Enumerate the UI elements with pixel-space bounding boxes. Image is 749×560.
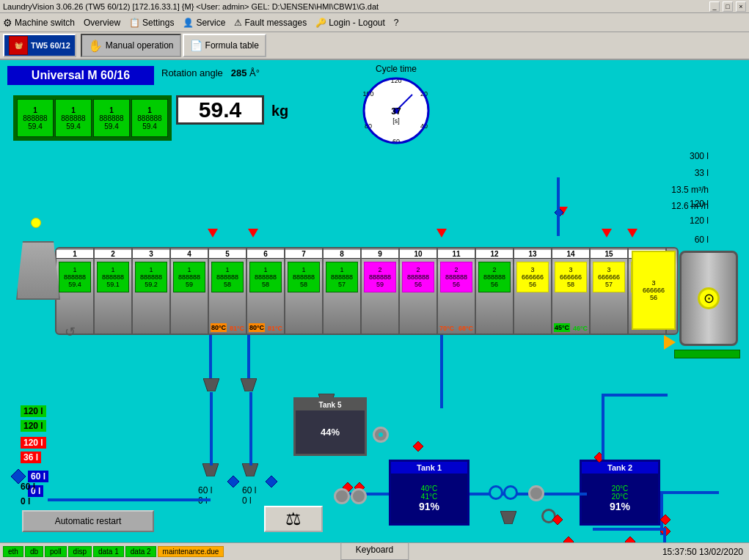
status-poll[interactable]: poll	[45, 546, 67, 557]
pipe-v-1	[209, 335, 212, 379]
drain-funnel-bottom-left-2	[242, 463, 258, 478]
pipe-h-right-tank	[602, 394, 668, 397]
valve-tank1-top[interactable]	[413, 441, 423, 453]
keyboard-button[interactable]: Keyboard	[340, 542, 409, 560]
comp-2: 2 188888859.1	[95, 248, 133, 334]
pipe-v-bottom-2	[249, 392, 252, 465]
close-button[interactable]: ×	[736, 1, 746, 12]
cycle-gauge: 120 20 40 60 80 100 37 [s]	[359, 74, 433, 147]
left-label-green-1: 120 l	[21, 406, 46, 416]
status-bar: eth db poll disp data 1 data 2 maintenan…	[0, 542, 749, 560]
left-label-blue-1: 60 l	[28, 471, 48, 482]
input-cell-2[interactable]: 1 888888 59.4	[55, 99, 92, 137]
svg-marker-28	[413, 441, 423, 452]
comp-7: 7 188888858	[285, 248, 324, 334]
status-data1[interactable]: data 1	[93, 546, 124, 557]
pipe-v-3	[440, 335, 443, 408]
pipe-h-bottom-right	[593, 528, 666, 531]
maximize-button[interactable]: □	[723, 1, 733, 12]
exit-platform	[674, 350, 740, 358]
scale-icon-button[interactable]: ⚖	[264, 506, 323, 532]
exit-machine: ⊙	[679, 251, 738, 346]
main-area: Universal M 60/16 Rotation angle 285 Å° …	[0, 60, 749, 559]
manual-operation-button[interactable]: ✋ Manual operation	[81, 34, 181, 57]
bottom-center-labels-2: 60 l 0 l	[242, 485, 256, 506]
comp-4: 4 188888859	[171, 248, 209, 334]
title-bar: LaundryVision 3.06.26 (TW5 60/12) [172.1…	[0, 0, 749, 13]
comp-15: 15 366666657	[591, 248, 629, 334]
menu-help[interactable]: ?	[394, 18, 399, 28]
pipe-v-2	[247, 335, 250, 379]
loading-funnel	[16, 241, 60, 300]
tank2: Tank 2 20°C 20°C 91%	[580, 460, 660, 526]
formula-table-button[interactable]: 📄 Formula table	[183, 34, 266, 57]
svg-marker-23	[660, 515, 671, 525]
comp-13: 13 366666656	[514, 248, 552, 334]
comp-8: 8 188888857	[324, 248, 362, 334]
toolbar-logo: 🧺 TW5 60/12	[3, 34, 76, 57]
comp-6: 6 188888858 80°C 81°C	[247, 248, 285, 334]
status-eth[interactable]: eth	[3, 546, 23, 557]
menu-fault-messages[interactable]: ⚠ Fault messages	[234, 18, 307, 28]
drain-funnel-2	[241, 378, 257, 393]
comp-10: 10 288888856	[400, 248, 438, 334]
minimize-button[interactable]: _	[709, 1, 720, 12]
pump-circle-1	[373, 427, 389, 443]
valve-5[interactable]	[602, 229, 612, 237]
clock-display: 15:37:50 13/02/2020	[662, 547, 743, 557]
menu-service[interactable]: 👤 Service	[183, 18, 225, 28]
pump-circle-left	[334, 488, 350, 504]
drain-funnel-bottom-1	[500, 511, 516, 526]
conveyor-body: 1 188888859.4 2 188888859.1 3 188888859.…	[55, 247, 679, 335]
pipe-h-right	[660, 491, 719, 494]
valve-1[interactable]	[208, 229, 218, 237]
menu-machine-switch[interactable]: ⚙ Machine switch	[3, 17, 75, 29]
exit-cell: 366666656	[632, 251, 676, 330]
svg-marker-25	[500, 511, 516, 524]
input-cell-4[interactable]: 1 888888 59.4	[131, 99, 168, 137]
svg-marker-13	[203, 378, 219, 391]
exit-arrow	[664, 335, 676, 350]
compartment-row: 1 188888859.4 2 188888859.1 3 188888859.…	[56, 248, 677, 334]
valve-2[interactable]	[248, 229, 258, 237]
status-maintenance[interactable]: maintenance.due	[158, 546, 224, 557]
auto-restart-button[interactable]: Automatic restart	[22, 510, 154, 532]
cycle-time-display: Cycle time 120 20 40 60 80 100 37 [s]	[359, 64, 433, 150]
rotation-arrow: ↺	[65, 324, 76, 340]
bottom-left-0: 0 l	[21, 496, 30, 506]
valve-6[interactable]	[627, 229, 637, 237]
valve-right-3[interactable]	[660, 515, 671, 526]
menu-login-logout[interactable]: 🔑 Login - Logout	[315, 18, 385, 28]
tank1: Tank 1 40°C 41°C 91%	[389, 460, 470, 526]
rotation-info: Rotation angle 285 Å°	[161, 67, 260, 78]
status-data2[interactable]: data 2	[125, 546, 156, 557]
pipe-h-bottom-left	[48, 498, 211, 501]
valve-bottom-1[interactable]	[227, 476, 239, 489]
pipe-v-bottom-1	[210, 392, 213, 465]
weight-display: 59.4	[176, 95, 264, 125]
flow-circle-2	[503, 485, 518, 500]
comp-1: 1 188888859.4	[56, 248, 95, 334]
tank5: Tank 5 44%	[293, 397, 367, 456]
comp-14: 14 366666658 45°C 46°C	[552, 248, 591, 334]
title-text: LaundryVision 3.06.26 (TW5 60/12) [172.1…	[3, 2, 379, 11]
valve-3[interactable]	[436, 229, 447, 237]
menu-settings[interactable]: 📋 Settings	[129, 18, 174, 28]
pump-circle-left-2	[351, 488, 367, 504]
valve-bottom-2[interactable]	[266, 476, 277, 489]
bottom-center-labels: 60 l 0 l	[198, 485, 212, 506]
top-inputs-container: 1 888888 59.4 1 888888 59.4 1 888888 59.…	[13, 95, 172, 141]
svg-marker-22	[552, 515, 563, 525]
pump-circle-2	[528, 485, 544, 501]
svg-text:37: 37	[391, 106, 401, 117]
left-label-red-2: 36 l	[21, 452, 41, 463]
status-disp[interactable]: disp	[68, 546, 92, 557]
valve-right-2[interactable]	[552, 515, 563, 526]
menu-overview[interactable]: Overview	[84, 18, 120, 28]
input-cell-1[interactable]: 1 888888 59.4	[17, 99, 54, 137]
status-db[interactable]: db	[25, 546, 43, 557]
comp-3: 3 188888859.2	[133, 248, 171, 334]
input-cell-3[interactable]: 1 888888 59.4	[93, 99, 130, 137]
pipe-v-right-tank	[602, 394, 604, 460]
yellow-indicator	[31, 218, 41, 228]
